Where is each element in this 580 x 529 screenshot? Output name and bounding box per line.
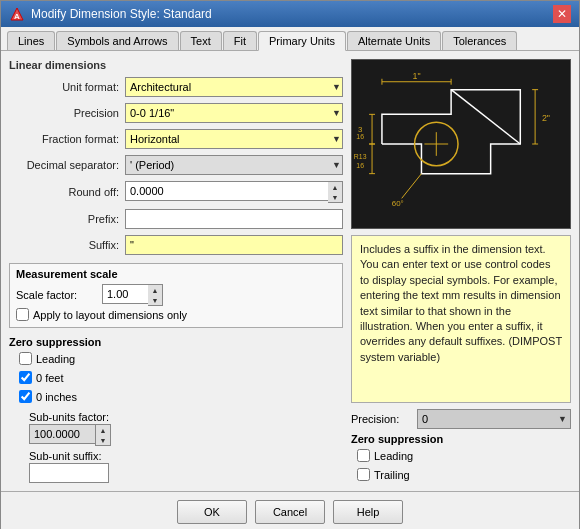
prefix-row: Prefix: xyxy=(9,209,343,229)
sub-factor-spinner-btns: ▲ ▼ xyxy=(95,424,111,446)
cancel-button[interactable]: Cancel xyxy=(255,500,325,524)
scale-factor-up-btn[interactable]: ▲ xyxy=(148,285,162,295)
scale-factor-spinner: ▲ ▼ xyxy=(102,284,162,306)
fraction-format-wrap: Horizontal Diagonal Not Stacked ▼ xyxy=(125,129,343,149)
right-panel: 1" 3 16 2" R13 xyxy=(351,59,571,483)
0inches-checkbox[interactable] xyxy=(19,390,32,403)
precision-select[interactable]: 0-0 1/16" 0-0" 0-0 1/2" 0-0 1/4" 0-0 1/8… xyxy=(125,103,343,123)
ok-button[interactable]: OK xyxy=(177,500,247,524)
right-zs-grid: Leading Trailing xyxy=(351,447,571,483)
zero-suppression-grid: Leading 0 feet 0 inches xyxy=(9,350,343,405)
tab-alternate[interactable]: Alternate Units xyxy=(347,31,441,50)
sub-suffix-label: Sub-unit suffix: xyxy=(29,450,343,462)
right-precision-select[interactable]: 0 0.0 0.00 xyxy=(417,409,571,429)
0inches-row-placeholder xyxy=(186,371,343,384)
right-leading-checkbox[interactable] xyxy=(357,449,370,462)
svg-text:1": 1" xyxy=(412,71,420,81)
0feet-checkbox[interactable] xyxy=(19,371,32,384)
right-trailing-label: Trailing xyxy=(374,469,410,481)
round-off-down-btn[interactable]: ▼ xyxy=(328,192,342,202)
sub-factor-up-btn[interactable]: ▲ xyxy=(96,425,110,435)
sub-suffix-input[interactable] xyxy=(29,463,109,483)
sub-factor-wrap: ▲ ▼ xyxy=(29,424,109,446)
scale-factor-row: Scale factor: ▲ ▼ xyxy=(16,284,336,306)
unit-format-select[interactable]: Architectural Decimal Engineering Fracti… xyxy=(125,77,343,97)
tooltip-text: Includes a suffix in the dimension text.… xyxy=(360,243,562,363)
right-trailing-checkbox[interactable] xyxy=(357,468,370,481)
preview-svg: 1" 3 16 2" R13 xyxy=(352,60,570,228)
close-button[interactable]: ✕ xyxy=(553,5,571,23)
linear-dimensions-header: Linear dimensions xyxy=(9,59,343,71)
tab-lines[interactable]: Lines xyxy=(7,31,55,50)
0inches-row: 0 inches xyxy=(19,390,176,403)
fraction-format-select[interactable]: Horizontal Diagonal Not Stacked xyxy=(125,129,343,149)
footer: OK Cancel Help xyxy=(1,491,579,529)
fraction-format-row: Fraction format: Horizontal Diagonal Not… xyxy=(9,129,343,149)
leading-checkbox[interactable] xyxy=(19,352,32,365)
zero-suppression-section: Zero suppression Leading 0 feet xyxy=(9,336,343,405)
content-area: Linear dimensions Unit format: Architect… xyxy=(1,51,579,491)
sub-factor-down-btn[interactable]: ▼ xyxy=(96,435,110,445)
apply-layout-row: Apply to layout dimensions only xyxy=(16,308,336,321)
decimal-separator-row: Decimal separator: ' (Period) , (Comma) … xyxy=(9,155,343,175)
decimal-separator-select[interactable]: ' (Period) , (Comma) (Space) xyxy=(125,155,343,175)
title-bar: A Modify Dimension Style: Standard ✕ xyxy=(1,1,579,27)
sub-unit-section: Sub-units factor: ▲ ▼ Sub-unit suffix: xyxy=(9,411,343,483)
leading-label: Leading xyxy=(36,353,75,365)
round-off-up-btn[interactable]: ▲ xyxy=(328,182,342,192)
round-off-input[interactable] xyxy=(125,181,328,201)
svg-text:2": 2" xyxy=(542,113,550,123)
prefix-input[interactable] xyxy=(125,209,343,229)
round-off-spinner: ▲ ▼ xyxy=(125,181,343,203)
round-off-row: Round off: ▲ ▼ xyxy=(9,181,343,203)
svg-text:16: 16 xyxy=(356,133,364,140)
preview-box: 1" 3 16 2" R13 xyxy=(351,59,571,229)
title-text: Modify Dimension Style: Standard xyxy=(31,7,212,21)
left-panel: Linear dimensions Unit format: Architect… xyxy=(9,59,343,483)
unit-format-label: Unit format: xyxy=(9,81,119,93)
dialog: A Modify Dimension Style: Standard ✕ Lin… xyxy=(0,0,580,529)
sub-factor-input[interactable] xyxy=(29,424,95,444)
tab-tolerances[interactable]: Tolerances xyxy=(442,31,517,50)
right-leading-label: Leading xyxy=(374,450,413,462)
0feet-row: 0 feet xyxy=(19,371,176,384)
svg-text:R13: R13 xyxy=(354,153,367,160)
tab-symbols[interactable]: Symbols and Arrows xyxy=(56,31,178,50)
unit-format-wrap: Architectural Decimal Engineering Fracti… xyxy=(125,77,343,97)
scale-section-header: Measurement scale xyxy=(16,268,336,280)
tab-fit[interactable]: Fit xyxy=(223,31,257,50)
0feet-label: 0 feet xyxy=(36,372,64,384)
round-off-spinner-btns: ▲ ▼ xyxy=(328,181,343,203)
scale-factor-label: Scale factor: xyxy=(16,289,96,301)
trailing-row-placeholder xyxy=(186,352,343,365)
tab-primary-units[interactable]: Primary Units xyxy=(258,31,346,51)
right-precision-row: Precision: 0 0.0 0.00 ▼ xyxy=(351,409,571,429)
suffix-input[interactable] xyxy=(125,235,343,255)
sub-factor-label: Sub-units factor: xyxy=(29,411,343,423)
unit-format-row: Unit format: Architectural Decimal Engin… xyxy=(9,77,343,97)
right-zs-label: Zero suppression xyxy=(351,433,571,445)
right-trailing-row: Trailing xyxy=(357,468,571,481)
measurement-scale-section: Measurement scale Scale factor: ▲ ▼ Appl… xyxy=(9,263,343,328)
precision-label: Precision xyxy=(9,107,119,119)
tab-text[interactable]: Text xyxy=(180,31,222,50)
right-precision-label: Precision: xyxy=(351,413,411,425)
apply-layout-checkbox[interactable] xyxy=(16,308,29,321)
scale-factor-spinner-btns: ▲ ▼ xyxy=(148,284,163,306)
help-button[interactable]: Help xyxy=(333,500,403,524)
suffix-row: Suffix: xyxy=(9,235,343,255)
tooltip-box: Includes a suffix in the dimension text.… xyxy=(351,235,571,403)
title-bar-left: A Modify Dimension Style: Standard xyxy=(9,6,212,22)
apply-layout-label: Apply to layout dimensions only xyxy=(33,309,187,321)
0inches-label: 0 inches xyxy=(36,391,77,403)
scale-factor-down-btn[interactable]: ▼ xyxy=(148,295,162,305)
svg-text:16: 16 xyxy=(356,162,364,169)
zero-suppression-header: Zero suppression xyxy=(9,336,343,348)
svg-text:A: A xyxy=(14,12,20,21)
round-off-label: Round off: xyxy=(9,186,119,198)
app-icon: A xyxy=(9,6,25,22)
tabs-bar: Lines Symbols and Arrows Text Fit Primar… xyxy=(1,27,579,51)
scale-factor-input[interactable] xyxy=(102,284,148,304)
prefix-label: Prefix: xyxy=(9,213,119,225)
precision-row: Precision 0-0 1/16" 0-0" 0-0 1/2" 0-0 1/… xyxy=(9,103,343,123)
